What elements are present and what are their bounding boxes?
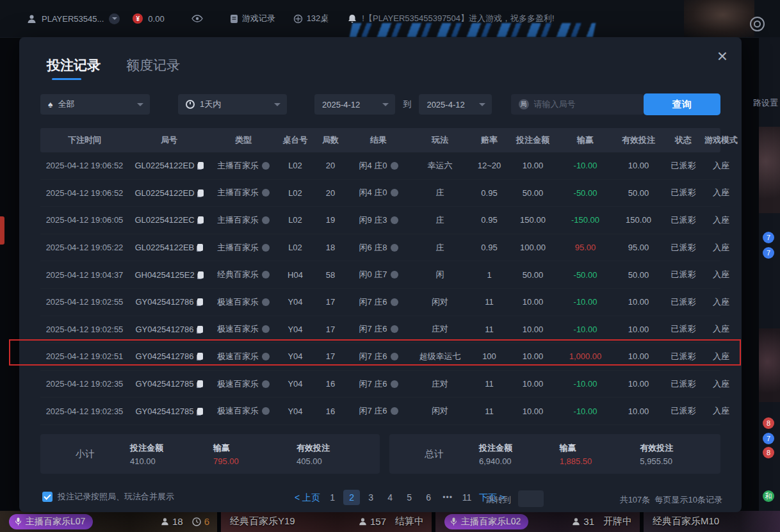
page-button-3[interactable]: 3: [362, 490, 379, 505]
total-bet-value: 6,940.00: [479, 456, 560, 466]
date-range-select[interactable]: 1天内: [178, 94, 287, 115]
date-from-select[interactable]: 2025-4-12: [314, 94, 395, 115]
info-icon[interactable]: [262, 162, 270, 170]
info-icon[interactable]: [262, 189, 270, 197]
cell-time: 2025-04-12 19:02:35: [40, 407, 129, 416]
cell-status-text: 已派彩: [671, 296, 696, 308]
cell-valid: 10.00: [613, 379, 664, 389]
cell-bet-text: 10.00: [523, 325, 544, 334]
cell-mode-text: 入座: [713, 214, 729, 226]
stream-card[interactable]: 经典百家乐Y19157结算中: [221, 511, 435, 532]
info-icon[interactable]: [391, 325, 398, 333]
query-button[interactable]: 查询: [644, 93, 720, 115]
page-button-1[interactable]: 1: [324, 490, 341, 505]
info-icon[interactable]: [262, 407, 270, 415]
page-button-4[interactable]: 4: [382, 490, 398, 505]
cell-result: 闲4 庄0: [348, 187, 409, 198]
info-icon[interactable]: [262, 216, 270, 224]
stream-card[interactable]: 主播百家乐L0231开牌中: [435, 511, 644, 532]
user-icon: [27, 14, 37, 24]
chevron-down-icon[interactable]: [109, 13, 120, 24]
cell-round-text: GL02254122EB: [135, 243, 195, 252]
table-row: 2025-04-12 19:05:22GL02254122EB主播百家乐L021…: [40, 234, 720, 262]
date-to-select[interactable]: 2025-4-12: [419, 94, 492, 115]
copy-icon[interactable]: [197, 380, 203, 387]
info-icon[interactable]: [262, 271, 270, 278]
copy-icon[interactable]: [198, 162, 204, 169]
total-win-label: 输赢: [560, 442, 640, 454]
info-icon[interactable]: [391, 298, 398, 306]
cell-result: 闲0 庄7: [348, 269, 409, 280]
copy-icon[interactable]: [198, 271, 204, 278]
bell-icon: [348, 14, 357, 24]
cell-mode: 入座: [703, 187, 740, 198]
cell-valid-text: 95.00: [628, 243, 649, 252]
cell-play: 庄对: [409, 323, 471, 335]
cell-type-text: 主播百家乐: [217, 242, 259, 254]
round-search-input[interactable]: 局 请输入局号: [511, 94, 644, 115]
page-button-11[interactable]: 11: [459, 490, 475, 505]
cell-play-text: 庄对: [432, 378, 448, 390]
timer-clock-icon: [192, 517, 201, 526]
info-icon[interactable]: [262, 244, 270, 252]
copy-icon[interactable]: [197, 353, 203, 360]
cell-valid: 10.00: [613, 297, 664, 307]
table-count-link[interactable]: 132桌: [293, 13, 329, 24]
prev-page-button[interactable]: < 上页: [293, 490, 321, 505]
game-type-select[interactable]: ♠ 全部: [40, 94, 150, 115]
cell-type-text: 主播百家乐: [217, 187, 259, 198]
info-icon[interactable]: [262, 298, 270, 306]
cell-odds-text: 11: [485, 297, 494, 307]
cell-time-text: 2025-04-12 19:02:55: [46, 297, 124, 307]
close-icon[interactable]: ×: [717, 47, 727, 65]
countdown-timer: 6: [192, 516, 209, 527]
info-icon[interactable]: [391, 353, 398, 360]
copy-icon[interactable]: [197, 244, 203, 251]
total-valid-label: 有效投注: [640, 442, 720, 454]
page-button-5[interactable]: 5: [401, 490, 418, 505]
info-icon[interactable]: [391, 162, 398, 170]
eye-icon[interactable]: [191, 15, 203, 22]
cell-result-text: 闲4 庄0: [359, 160, 387, 172]
game-record-link[interactable]: 游戏记录: [230, 13, 275, 24]
cell-win: -10.00: [558, 297, 613, 307]
copy-icon[interactable]: [198, 189, 204, 197]
copy-icon[interactable]: [198, 216, 204, 223]
line-settings-label[interactable]: 路设置: [753, 97, 778, 109]
balance-value: 0.00: [148, 14, 164, 24]
info-icon[interactable]: [391, 189, 398, 197]
column-header: 局号: [129, 134, 209, 146]
jump-page-input[interactable]: [518, 490, 544, 507]
search-placeholder: 请输入局号: [534, 99, 576, 110]
info-icon[interactable]: [262, 380, 270, 388]
checkbox-checked-icon[interactable]: [42, 492, 53, 502]
player-name[interactable]: PLAYER53545...: [42, 14, 104, 24]
cell-time: 2025-04-12 19:05:22: [40, 243, 129, 252]
info-icon[interactable]: [262, 353, 270, 360]
page-button-2[interactable]: 2: [343, 490, 360, 505]
copy-icon[interactable]: [197, 408, 203, 415]
stream-card[interactable]: 主播百家乐L07186: [0, 511, 221, 532]
cell-status-text: 已派彩: [671, 378, 696, 390]
info-icon[interactable]: [391, 216, 398, 224]
copy-icon[interactable]: [197, 326, 203, 333]
info-icon[interactable]: [391, 271, 398, 278]
tab-bet-records[interactable]: 投注记录: [47, 56, 101, 80]
cell-win: -10.00: [558, 161, 613, 170]
info-icon[interactable]: [391, 244, 398, 252]
cell-win-text: -10.00: [574, 161, 597, 170]
info-icon[interactable]: [391, 407, 398, 415]
cell-bet-text: 10.00: [523, 297, 544, 307]
cell-game_no-text: 17: [326, 351, 335, 361]
service-icon[interactable]: [750, 17, 765, 31]
info-icon[interactable]: [391, 380, 398, 388]
records-count: 共107条 每页显示10条记录: [620, 494, 722, 506]
merge-checkbox-row[interactable]: 投注记录按照局、玩法合并展示: [42, 491, 174, 503]
cell-type: 极速百家乐: [209, 351, 277, 362]
page-button-6[interactable]: 6: [420, 490, 437, 505]
info-icon[interactable]: [262, 325, 270, 333]
stream-card[interactable]: 经典百家乐M10: [644, 511, 780, 532]
cell-mode-text: 入座: [713, 351, 729, 362]
copy-icon[interactable]: [197, 298, 203, 305]
tab-quota-records[interactable]: 额度记录: [126, 56, 180, 80]
